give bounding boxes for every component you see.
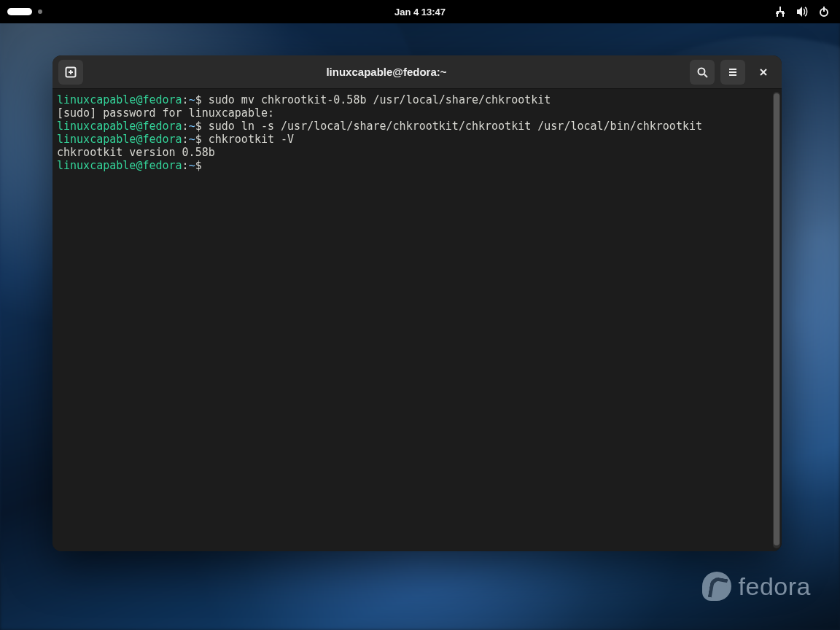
svg-rect-0: [779, 7, 781, 10]
fedora-wordmark: fedora: [739, 572, 811, 601]
terminal-window: linuxcapable@fedora:~ linuxcapable@fedor…: [52, 55, 782, 551]
fedora-logo-icon: [702, 572, 731, 601]
terminal-line: [sudo] password for linuxcapable:: [57, 106, 779, 120]
menu-button[interactable]: [720, 60, 745, 85]
svg-point-13: [699, 68, 705, 74]
gnome-top-bar: Jan 4 13:47: [0, 0, 840, 23]
network-icon[interactable]: [774, 6, 786, 18]
workspace-dot[interactable]: [38, 9, 42, 14]
svg-rect-4: [782, 14, 784, 17]
clock[interactable]: Jan 4 13:47: [394, 7, 446, 18]
terminal-line: linuxcapable@fedora:~$ sudo mv chkrootki…: [57, 93, 779, 106]
terminal-content[interactable]: linuxcapable@fedora:~$ sudo mv chkrootki…: [52, 89, 782, 551]
fedora-watermark: fedora: [702, 572, 811, 601]
svg-rect-6: [777, 11, 784, 12]
new-tab-button[interactable]: [58, 60, 83, 85]
terminal-line: chkrootkit version 0.58b: [57, 146, 779, 159]
svg-marker-7: [797, 7, 802, 17]
svg-rect-3: [777, 14, 778, 17]
terminal-line: linuxcapable@fedora:~$ sudo ln -s /usr/l…: [57, 120, 779, 133]
activities-indicator[interactable]: [7, 8, 32, 15]
svg-line-14: [704, 74, 707, 77]
svg-rect-2: [782, 12, 785, 14]
volume-icon[interactable]: [796, 6, 808, 18]
terminal-line: linuxcapable@fedora:~$: [57, 159, 779, 172]
search-button[interactable]: [690, 60, 715, 85]
terminal-scrollbar[interactable]: [773, 92, 780, 548]
close-button[interactable]: [751, 60, 776, 85]
window-title: linuxcapable@fedora:~: [89, 66, 684, 78]
svg-rect-1: [776, 12, 779, 14]
scrollbar-thumb[interactable]: [774, 93, 779, 545]
terminal-line: linuxcapable@fedora:~$ chkrootkit -V: [57, 133, 779, 146]
window-titlebar: linuxcapable@fedora:~: [52, 55, 782, 89]
power-icon[interactable]: [818, 6, 830, 18]
